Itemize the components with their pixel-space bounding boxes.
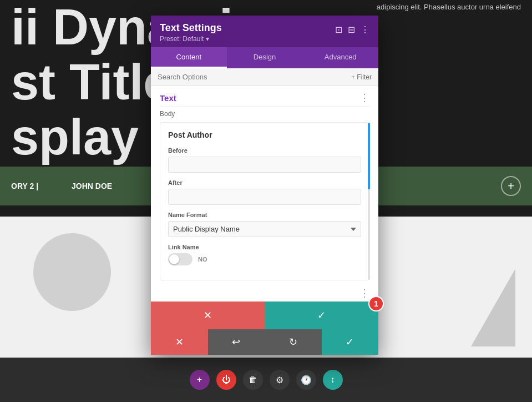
bg-btn-delete[interactable]: 🗑 [243, 370, 263, 390]
post-author-card: Post Author Before After Name Format Pub… [160, 122, 369, 280]
search-input[interactable] [158, 73, 347, 81]
panel-body: Text ⋮ Body Post Author Before After Nam… [151, 86, 378, 302]
bg-circle-shape [33, 233, 111, 311]
section-menu-icon[interactable]: ⋮ [359, 93, 369, 103]
cancel-button[interactable]: ✕ [151, 302, 265, 329]
undo-button[interactable]: ↩ [208, 329, 265, 355]
preset-chevron-icon: ▾ [206, 35, 209, 43]
before-label: Before [168, 147, 361, 154]
more-options-icon[interactable]: ⋮ [361, 24, 369, 35]
confirm-icon: ✓ [317, 309, 326, 321]
toggle-no-label: NO [198, 256, 207, 263]
close-button[interactable]: ✕ [151, 329, 208, 355]
name-format-group: Name Format Public Display Name First Na… [168, 212, 361, 237]
bg-triangle-shape [471, 269, 515, 346]
panel-tabs: Content Design Advanced [151, 47, 378, 68]
panel-header: Text Settings Preset: Default ▾ ⊡ ⊟ ⋮ [151, 16, 378, 47]
confirm-button[interactable]: ✓ 1 [265, 302, 378, 329]
redo-button[interactable]: ↻ [265, 329, 322, 355]
link-name-group: Link Name NO [168, 244, 361, 265]
name-format-label: Name Format [168, 212, 361, 218]
link-name-label: Link Name [168, 244, 361, 250]
panel-header-icons: ⊡ ⊟ ⋮ [335, 24, 369, 35]
cancel-icon: ✕ [204, 309, 212, 321]
link-name-toggle-row: NO [168, 253, 361, 265]
filter-button[interactable]: + Filter [351, 73, 372, 81]
bg-btn-sort[interactable]: ↕ [323, 370, 343, 390]
save-icon: ✓ [346, 336, 354, 348]
toggle-knob [169, 254, 179, 264]
after-label: After [168, 179, 361, 186]
name-format-select[interactable]: Public Display Name First Name Last Name… [168, 221, 361, 237]
bottom-dots[interactable]: ⋮ [160, 285, 369, 302]
bg-btn-power[interactable]: ⏻ [216, 370, 236, 390]
split-icon[interactable]: ⊟ [348, 24, 355, 35]
section-title: Text [160, 93, 176, 103]
undo-icon: ↩ [232, 336, 240, 348]
panel-preset[interactable]: Preset: Default ▾ [160, 35, 222, 43]
resize-icon[interactable]: ⊡ [335, 24, 342, 35]
scroll-indicator [368, 123, 370, 280]
before-group: Before [168, 147, 361, 173]
search-bar: + Filter [151, 68, 378, 86]
bg-btn-add[interactable]: + [190, 370, 210, 390]
tab-content[interactable]: Content [151, 47, 227, 68]
action-buttons-row1: ✕ ✓ 1 [151, 302, 378, 329]
bg-plus-button[interactable]: + [501, 176, 521, 196]
bg-bar-text1: ORY 2 | [11, 182, 38, 190]
panel-title: Text Settings [160, 22, 222, 34]
bg-right-text: adipiscing elit. Phasellus auctor urna e… [377, 3, 521, 11]
after-input[interactable] [168, 189, 361, 205]
confirm-badge: 1 [368, 296, 384, 311]
bg-bar-text2: JOHN DOE [72, 182, 112, 190]
bg-btn-clock[interactable]: 🕐 [296, 370, 316, 390]
scroll-thumb [368, 123, 370, 189]
redo-icon: ↻ [289, 336, 297, 348]
after-group: After [168, 179, 361, 205]
settings-panel: Text Settings Preset: Default ▾ ⊡ ⊟ ⋮ Co… [151, 16, 378, 355]
close-icon: ✕ [175, 336, 184, 348]
bg-btn-settings[interactable]: ⚙ [270, 370, 290, 390]
panel-title-area: Text Settings Preset: Default ▾ [160, 22, 222, 43]
save-button[interactable]: ✓ [322, 329, 379, 355]
action-buttons-row2: ✕ ↩ ↻ ✓ [151, 329, 378, 355]
tab-advanced[interactable]: Advanced [302, 47, 378, 68]
before-input[interactable] [168, 157, 361, 173]
section-body-label: Body [160, 107, 369, 122]
section-header: Text ⋮ [160, 86, 369, 107]
link-name-toggle[interactable] [168, 253, 192, 265]
card-title: Post Author [168, 130, 361, 139]
tab-design[interactable]: Design [227, 47, 303, 68]
bg-bottom-bar: + ⏻ 🗑 ⚙ 🕐 ↕ [0, 358, 532, 402]
